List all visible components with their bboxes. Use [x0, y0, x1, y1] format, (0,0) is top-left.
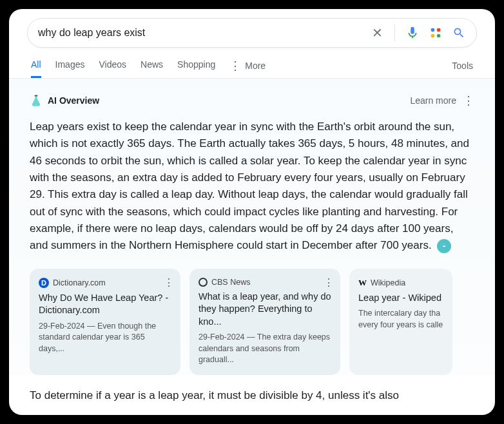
flask-icon	[30, 94, 43, 107]
kebab-icon[interactable]: ⋮	[164, 276, 174, 289]
search-bar[interactable]: ✕	[27, 18, 477, 48]
clear-icon[interactable]: ✕	[370, 26, 384, 40]
tools-button[interactable]: Tools	[452, 61, 473, 77]
svg-rect-0	[431, 28, 435, 32]
mic-icon[interactable]	[405, 26, 420, 40]
ai-overview-block: AI Overview Learn more ⋮ Leap years exis…	[9, 79, 495, 375]
learn-more-link[interactable]: Learn more	[410, 95, 456, 106]
source-card[interactable]: D Dictionary.com ⋮ Why Do We Have Leap Y…	[30, 269, 180, 375]
kebab-icon[interactable]: ⋮	[463, 95, 474, 106]
card-title: Why Do We Have Leap Year? - Dictionary.c…	[39, 292, 171, 317]
card-snippet: 29-Feb-2024 — Even though the standard c…	[39, 321, 171, 355]
card-source: Dictionary.com	[53, 278, 106, 287]
kebab-icon: ⋮	[229, 60, 241, 72]
lens-icon[interactable]	[429, 26, 443, 40]
ai-followup-text: To determine if a year is a leap year, i…	[9, 375, 495, 402]
favicon-icon: W	[358, 278, 367, 288]
search-input[interactable]	[38, 27, 370, 39]
svg-rect-2	[431, 34, 435, 38]
divider	[394, 24, 395, 41]
card-snippet: 29-Feb-2024 — The extra day keeps calend…	[199, 332, 331, 366]
tab-more[interactable]: ⋮ More	[229, 60, 266, 78]
svg-point-3	[437, 34, 441, 38]
tab-videos[interactable]: Videos	[99, 59, 126, 78]
kebab-icon[interactable]: ⋮	[324, 276, 334, 289]
ai-overview-text: Leap years exist to keep the calendar ye…	[30, 119, 474, 255]
ai-overview-title: AI Overview	[48, 95, 99, 106]
card-title: Leap year - Wikiped	[358, 292, 443, 305]
source-card[interactable]: W Wikipedia Leap year - Wikiped The inte…	[349, 269, 452, 375]
favicon-icon: D	[39, 278, 49, 288]
svg-rect-4	[35, 95, 38, 97]
tab-news[interactable]: News	[141, 59, 163, 78]
svg-rect-1	[437, 28, 441, 32]
tab-shopping[interactable]: Shopping	[177, 59, 215, 78]
tab-images[interactable]: Images	[55, 59, 85, 78]
source-cards: D Dictionary.com ⋮ Why Do We Have Leap Y…	[30, 269, 474, 375]
ai-body: Leap years exist to keep the calendar ye…	[30, 120, 469, 251]
card-source: Wikipedia	[371, 278, 405, 287]
collapse-button[interactable]	[437, 239, 451, 253]
favicon-icon	[199, 278, 208, 287]
tabs-row: All Images Videos News Shopping ⋮ More T…	[9, 59, 495, 79]
card-snippet: The intercalary day tha every four years…	[358, 308, 443, 331]
search-icon[interactable]	[452, 26, 466, 40]
tab-all[interactable]: All	[31, 59, 41, 78]
source-card[interactable]: CBS News ⋮ What is a leap year, and why …	[189, 269, 340, 375]
more-label: More	[245, 61, 266, 71]
card-title: What is a leap year, and why do they hap…	[199, 291, 331, 329]
card-source: CBS News	[211, 278, 250, 287]
